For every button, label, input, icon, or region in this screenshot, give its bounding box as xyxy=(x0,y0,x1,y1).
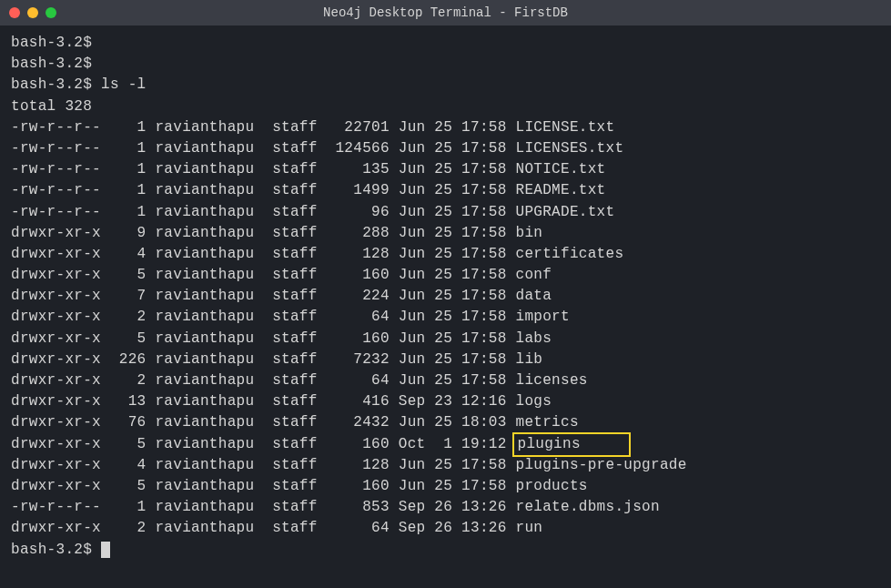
traffic-lights xyxy=(9,7,56,18)
list-item: drwxr-xr-x 5 ravianthapu staff 160 Jun 2… xyxy=(11,476,880,497)
terminal-output[interactable]: bash-3.2$bash-3.2$bash-3.2$ ls -ltotal 3… xyxy=(0,25,891,568)
prompt-line: bash-3.2$ xyxy=(11,54,880,75)
list-item: -rw-r--r-- 1 ravianthapu staff 96 Jun 25… xyxy=(11,202,880,223)
highlighted-filename: plugins xyxy=(512,432,632,457)
window-title: Neo4j Desktop Terminal - FirstDB xyxy=(323,5,568,20)
cursor-icon xyxy=(101,542,110,558)
list-item: drwxr-xr-x 4 ravianthapu staff 128 Jun 2… xyxy=(11,455,880,476)
list-item: drwxr-xr-x 2 ravianthapu staff 64 Sep 26… xyxy=(11,518,880,539)
minimize-icon[interactable] xyxy=(27,7,38,18)
list-item: drwxr-xr-x 9 ravianthapu staff 288 Jun 2… xyxy=(11,223,880,244)
list-item: drwxr-xr-x 226 ravianthapu staff 7232 Ju… xyxy=(11,350,880,370)
list-item: drwxr-xr-x 5 ravianthapu staff 160 Jun 2… xyxy=(11,265,880,286)
prompt-line-active[interactable]: bash-3.2$ xyxy=(11,540,880,561)
window-titlebar: Neo4j Desktop Terminal - FirstDB xyxy=(0,0,891,25)
list-item: -rw-r--r-- 1 ravianthapu staff 22701 Jun… xyxy=(11,117,880,138)
list-item: -rw-r--r-- 1 ravianthapu staff 124566 Ju… xyxy=(11,138,880,159)
maximize-icon[interactable] xyxy=(46,7,56,18)
list-item: drwxr-xr-x 2 ravianthapu staff 64 Jun 25… xyxy=(11,370,880,391)
list-item: drwxr-xr-x 13 ravianthapu staff 416 Sep … xyxy=(11,391,880,412)
prompt-line: bash-3.2$ xyxy=(11,33,880,54)
list-item: drwxr-xr-x 5 ravianthapu staff 160 Oct 1… xyxy=(11,434,880,455)
total-line: total 328 xyxy=(11,96,880,117)
list-item: drwxr-xr-x 5 ravianthapu staff 160 Jun 2… xyxy=(11,329,880,350)
list-item: -rw-r--r-- 1 ravianthapu staff 853 Sep 2… xyxy=(11,497,880,518)
list-item: drwxr-xr-x 2 ravianthapu staff 64 Jun 25… xyxy=(11,307,880,328)
close-icon[interactable] xyxy=(9,7,20,18)
list-item: drwxr-xr-x 4 ravianthapu staff 128 Jun 2… xyxy=(11,244,880,265)
list-item: drwxr-xr-x 76 ravianthapu staff 2432 Jun… xyxy=(11,412,880,433)
command-line: bash-3.2$ ls -l xyxy=(11,75,880,96)
list-item: -rw-r--r-- 1 ravianthapu staff 1499 Jun … xyxy=(11,180,880,201)
list-item: drwxr-xr-x 7 ravianthapu staff 224 Jun 2… xyxy=(11,286,880,307)
list-item: -rw-r--r-- 1 ravianthapu staff 135 Jun 2… xyxy=(11,159,880,180)
